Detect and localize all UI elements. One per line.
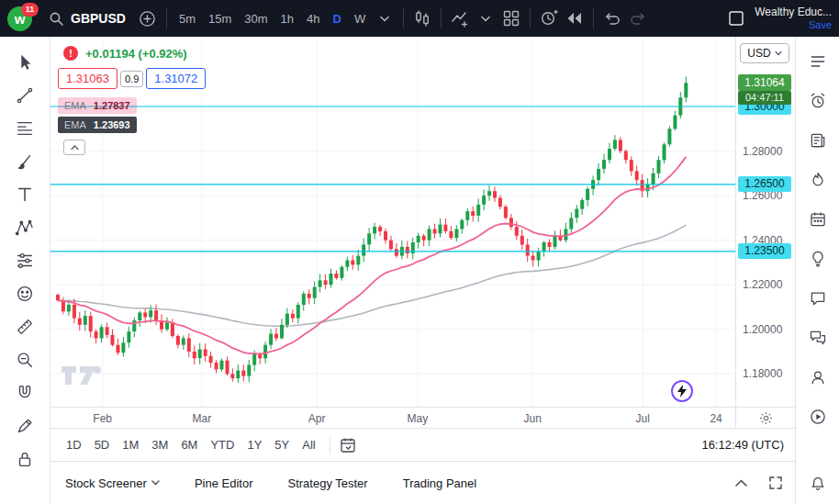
compare-add-button[interactable]	[135, 6, 161, 31]
alerts-button[interactable]	[806, 89, 830, 113]
ruler-icon	[15, 317, 35, 337]
ema-legend-row[interactable]: EMA 1.27837	[58, 97, 137, 114]
buy-button[interactable]: 1.31072	[146, 68, 206, 89]
symbol-name[interactable]: GBPUSD	[71, 11, 126, 26]
range-all[interactable]: All	[296, 434, 321, 455]
range-1d[interactable]: 1D	[60, 434, 88, 455]
ideas-button[interactable]	[806, 247, 830, 271]
panel-tab-pine-editor[interactable]: Pine Editor	[195, 476, 253, 490]
range-1y[interactable]: 1Y	[241, 434, 268, 455]
account-logo[interactable]: w 11	[7, 6, 32, 31]
bar-replay-button[interactable]	[562, 6, 587, 31]
quick-trade-button[interactable]	[671, 380, 693, 402]
range-5y[interactable]: 5Y	[268, 434, 296, 455]
trend-line-tool-button[interactable]	[12, 83, 38, 108]
toolbar-separator	[441, 8, 442, 28]
indicator-templates-button[interactable]	[473, 6, 498, 31]
collapse-panel-button[interactable]	[735, 479, 747, 487]
chart-style-button[interactable]	[409, 6, 435, 31]
axis-settings-corner[interactable]	[735, 407, 795, 428]
candlestick-chart[interactable]	[50, 37, 735, 407]
symbol-search-button[interactable]	[43, 6, 69, 31]
indicators-icon	[451, 9, 469, 28]
currency-selector[interactable]: USD	[740, 43, 789, 63]
interval-W[interactable]: W	[348, 8, 372, 29]
go-to-date-button[interactable]	[338, 435, 358, 455]
panel-tab-strategy-tester[interactable]: Strategy Tester	[287, 476, 367, 490]
pattern-tool-button[interactable]	[12, 215, 38, 241]
streams-button[interactable]	[806, 365, 830, 389]
interval-D[interactable]: D	[327, 8, 348, 29]
utc-clock[interactable]: 16:12:49 (UTC)	[701, 438, 784, 452]
maximize-panel-button[interactable]	[769, 476, 782, 489]
time-axis[interactable]: FebMarAprMayJunJul24	[50, 407, 735, 428]
gear-icon	[759, 411, 773, 425]
chevron-down-icon	[775, 50, 782, 56]
interval-4h[interactable]: 4h	[300, 8, 326, 29]
save-layout-button[interactable]	[723, 6, 749, 31]
range-1m[interactable]: 1M	[116, 434, 145, 455]
alarm-clock-icon	[809, 92, 827, 110]
news-button[interactable]	[806, 129, 830, 152]
pencil-icon	[15, 416, 35, 436]
measure-tool-button[interactable]	[12, 314, 38, 340]
prediction-tool-button[interactable]	[12, 248, 38, 274]
tutorials-button[interactable]	[806, 405, 830, 429]
indicators-button[interactable]	[447, 6, 473, 31]
magnet-tool-button[interactable]	[12, 380, 38, 406]
interval-5m[interactable]: 5m	[173, 8, 202, 29]
panel-tab-label: Trading Panel	[403, 476, 476, 490]
zoom-tool-button[interactable]	[12, 347, 38, 373]
save-link[interactable]: Save	[809, 19, 832, 31]
range-ytd[interactable]: YTD	[204, 434, 241, 455]
error-badge-icon[interactable]: !	[63, 46, 78, 61]
interval-1h[interactable]: 1h	[274, 8, 300, 29]
top-toolbar: w 11 GBPUSD 5m15m30m1h4hDW	[0, 0, 839, 37]
chart-plot[interactable]: ! +0.01194 (+0.92%) 1.31063 0.9 1.31072 …	[50, 37, 735, 407]
panel-tab-label: Pine Editor	[195, 476, 253, 490]
sell-button[interactable]: 1.31063	[58, 68, 117, 89]
range-6m[interactable]: 6M	[174, 434, 204, 455]
create-alert-button[interactable]	[536, 6, 562, 31]
interval-dropdown-button[interactable]	[372, 6, 397, 31]
time-tick-label: Jul	[636, 412, 650, 425]
indicator-name: EMA	[64, 119, 86, 130]
currency-label: USD	[747, 47, 770, 60]
brush-tool-button[interactable]	[12, 149, 38, 174]
text-tool-button[interactable]	[12, 182, 38, 207]
text-icon	[15, 185, 35, 205]
lock-drawings-button[interactable]	[12, 446, 38, 472]
collapse-legend-button[interactable]	[63, 140, 85, 155]
undo-button[interactable]	[599, 6, 625, 31]
bell-icon	[809, 474, 827, 492]
redo-arrow-icon	[630, 12, 646, 25]
layout-grid-button[interactable]	[498, 6, 524, 31]
lock-icon	[15, 449, 35, 469]
layout-name[interactable]: Wealthy Educ...	[755, 6, 832, 19]
fib-retracement-tool-button[interactable]	[12, 116, 38, 141]
price-axis[interactable]: USD 1.280001.260001.240001.220001.200001…	[735, 37, 795, 407]
panel-tab-trading-panel[interactable]: Trading Panel	[403, 476, 476, 490]
chevron-down-icon	[481, 16, 490, 22]
time-tick-label: Apr	[308, 412, 326, 425]
range-3m[interactable]: 3M	[145, 434, 174, 455]
hotlists-button[interactable]	[806, 168, 830, 192]
range-5d[interactable]: 5D	[88, 434, 117, 455]
layout-name-widget[interactable]: Wealthy Educ... Save	[755, 6, 832, 30]
panel-tab-stock-screener[interactable]: Stock Screener	[65, 476, 160, 490]
interval-15m[interactable]: 15m	[202, 8, 238, 29]
draw-tool-button[interactable]	[12, 413, 38, 439]
cursor-tool-button[interactable]	[12, 50, 38, 75]
plus-circle-icon	[139, 10, 156, 28]
ema-legend-row[interactable]: EMA 1.23693	[58, 117, 137, 133]
level-price-badge: 1.23500	[738, 243, 791, 259]
emoji-tool-button[interactable]	[12, 281, 38, 307]
interval-30m[interactable]: 30m	[238, 8, 274, 29]
redo-button[interactable]	[625, 6, 651, 31]
chat-button[interactable]	[806, 286, 830, 310]
notifications-button[interactable]	[806, 471, 830, 495]
comments-button[interactable]	[806, 326, 830, 350]
calendar-button[interactable]	[806, 207, 830, 231]
chat-bubble-icon	[809, 289, 827, 308]
watchlist-button[interactable]	[806, 50, 830, 73]
